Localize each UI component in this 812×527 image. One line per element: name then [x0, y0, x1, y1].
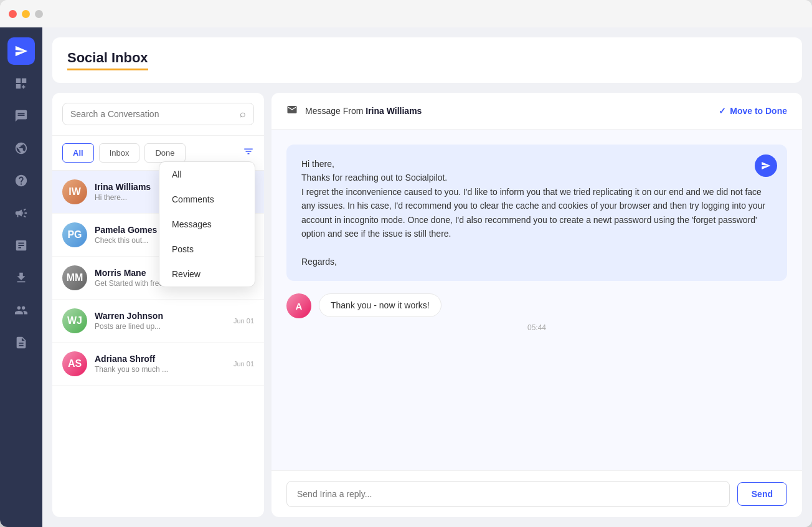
search-input-wrap: ⌕: [62, 103, 254, 125]
conv-time: Jun 01: [234, 317, 254, 325]
tab-done[interactable]: Done: [144, 143, 185, 163]
reply-avatar: A: [286, 293, 311, 318]
page-header: Social Inbox: [52, 37, 802, 83]
sidebar-item-publish[interactable]: [7, 264, 35, 292]
dropdown-item-review[interactable]: Review: [159, 262, 255, 287]
content-area: ⌕ All Inbox Done All: [42, 83, 812, 527]
dropdown-item-comments[interactable]: Comments: [159, 187, 255, 212]
conversation-item[interactable]: WJ Warren Johnson Posts are lined up... …: [52, 300, 264, 343]
tab-all[interactable]: All: [62, 143, 94, 163]
maximize-button[interactable]: [35, 10, 43, 18]
conversations-panel: ⌕ All Inbox Done All: [52, 93, 264, 517]
search-box: ⌕: [52, 93, 264, 136]
conv-name: Warren Johnson: [95, 311, 226, 321]
send-button[interactable]: Send: [737, 482, 787, 506]
avatar: MM: [62, 265, 87, 290]
minimize-button[interactable]: [22, 10, 30, 18]
filter-dropdown: All Comments Messages Posts Review: [159, 161, 255, 287]
reply-time: 05:44: [286, 323, 787, 332]
main-content: Social Inbox ⌕ All Inbo: [42, 27, 812, 527]
avatar: WJ: [62, 308, 87, 333]
dropdown-item-posts[interactable]: Posts: [159, 237, 255, 262]
avatar: PG: [62, 222, 87, 247]
message-from: Message From Irina Williams: [305, 106, 711, 116]
reply-input[interactable]: [286, 481, 730, 507]
conversation-item[interactable]: AS Adriana Shroff Thank you so much ... …: [52, 343, 264, 386]
mail-icon: [286, 104, 298, 118]
reply-bubble: Thank you - now it works!: [319, 293, 441, 317]
conv-preview: Thank you so much ...: [95, 365, 226, 374]
conv-info: Adriana Shroff Thank you so much ...: [95, 354, 226, 374]
sidebar-item-connect[interactable]: [7, 135, 35, 162]
sidebar-item-team[interactable]: [7, 297, 35, 324]
avatar: AS: [62, 351, 87, 376]
message-header: Message From Irina Williams ✓ Move to Do…: [271, 93, 802, 130]
sidebar-item-send[interactable]: [7, 37, 35, 65]
sidebar-item-support[interactable]: [7, 167, 35, 194]
sidebar: [0, 27, 42, 527]
message-panel: Message From Irina Williams ✓ Move to Do…: [271, 93, 802, 517]
conv-time: Jun 01: [234, 360, 254, 368]
filter-button[interactable]: [243, 146, 254, 160]
sidebar-item-content[interactable]: [7, 329, 35, 356]
search-input[interactable]: [70, 109, 235, 119]
titlebar: [0, 0, 812, 27]
conv-name: Adriana Shroff: [95, 354, 226, 364]
sidebar-item-campaigns[interactable]: [7, 199, 35, 227]
search-icon: ⌕: [240, 108, 246, 120]
sidebar-item-inbox[interactable]: [7, 102, 35, 130]
conv-info: Warren Johnson Posts are lined up...: [95, 311, 226, 331]
sidebar-item-analytics[interactable]: [7, 232, 35, 259]
close-button[interactable]: [9, 10, 17, 18]
reply-input-area: Send: [271, 470, 802, 517]
message-bubble: Hi there, Thanks for reaching out to Soc…: [286, 145, 787, 281]
page-title: Social Inbox: [67, 50, 148, 70]
reply-row: A Thank you - now it works!: [286, 293, 787, 318]
dropdown-item-messages[interactable]: Messages: [159, 212, 255, 237]
tab-inbox[interactable]: Inbox: [99, 143, 140, 163]
avatar: IW: [62, 179, 87, 204]
check-icon: ✓: [719, 106, 726, 116]
brand-logo-icon: [755, 154, 777, 177]
sidebar-item-dashboard[interactable]: [7, 70, 35, 97]
move-to-done-label: Move to Done: [730, 106, 787, 116]
conv-preview: Posts are lined up...: [95, 322, 226, 331]
move-to-done-button[interactable]: ✓ Move to Done: [719, 106, 787, 116]
dropdown-item-all[interactable]: All: [159, 162, 255, 187]
message-body: Hi there, Thanks for reaching out to Soc…: [271, 130, 802, 470]
